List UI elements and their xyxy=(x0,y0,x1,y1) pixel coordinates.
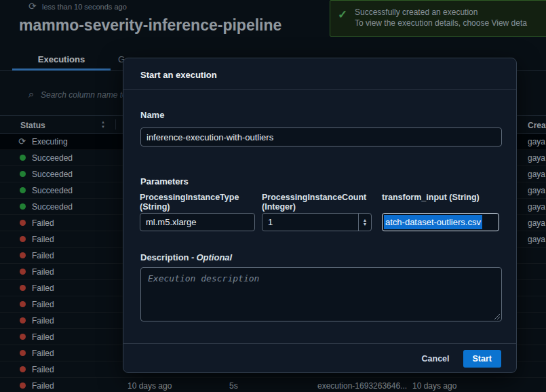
screen: ⟳ less than 10 seconds ago mammo-severit… xyxy=(0,0,546,392)
processing-instance-type-input[interactable]: ml.m5.xlarge xyxy=(140,213,255,231)
modal-title: Start an execution xyxy=(140,70,217,80)
parameters-heading: Parameters xyxy=(140,176,189,187)
optional-label: Optional xyxy=(196,252,232,262)
description-label-text: Description - xyxy=(140,252,194,262)
cancel-button[interactable]: Cancel xyxy=(422,354,450,364)
number-stepper[interactable]: ▲ ▼ xyxy=(358,214,371,231)
description-textarea[interactable]: Execution description xyxy=(140,267,502,321)
name-label: Name xyxy=(140,110,164,120)
textarea-placeholder: Execution description xyxy=(148,273,259,283)
processing-instance-count-value: 1 xyxy=(268,217,273,227)
param-processing-instance-count: ProcessingInstanceCount (Integer) 1 ▲ ▼ xyxy=(262,193,372,212)
start-button[interactable]: Start xyxy=(463,350,501,368)
param-transform-input: transform_input (String) atch-dataset-ou… xyxy=(382,193,499,202)
processing-instance-type-label: ProcessingInstanceType (String) xyxy=(140,193,255,212)
param-processing-instance-type: ProcessingInstanceType (String) ml.m5.xl… xyxy=(140,193,255,212)
description-label: Description -Optional xyxy=(140,252,232,262)
transform-input-input[interactable]: atch-dataset-outliers.csv xyxy=(382,213,499,231)
transform-input-selected-value: atch-dataset-outliers.csv xyxy=(384,215,482,229)
modal-footer: Cancel Start xyxy=(123,343,516,374)
processing-instance-type-value: ml.m5.xlarge xyxy=(146,217,196,227)
stepper-down-icon[interactable]: ▼ xyxy=(363,222,368,227)
name-input[interactable]: inference-execution-with-outliers xyxy=(140,128,502,146)
name-value: inference-execution-with-outliers xyxy=(147,132,273,142)
start-execution-modal: Start an execution Name inference-execut… xyxy=(123,58,517,373)
processing-instance-count-input[interactable]: 1 ▲ ▼ xyxy=(262,213,372,231)
modal-header: Start an execution xyxy=(123,58,516,90)
processing-instance-count-label: ProcessingInstanceCount (Integer) xyxy=(262,193,372,212)
transform-input-label: transform_input (String) xyxy=(382,193,499,202)
resize-handle-icon[interactable] xyxy=(493,313,500,319)
